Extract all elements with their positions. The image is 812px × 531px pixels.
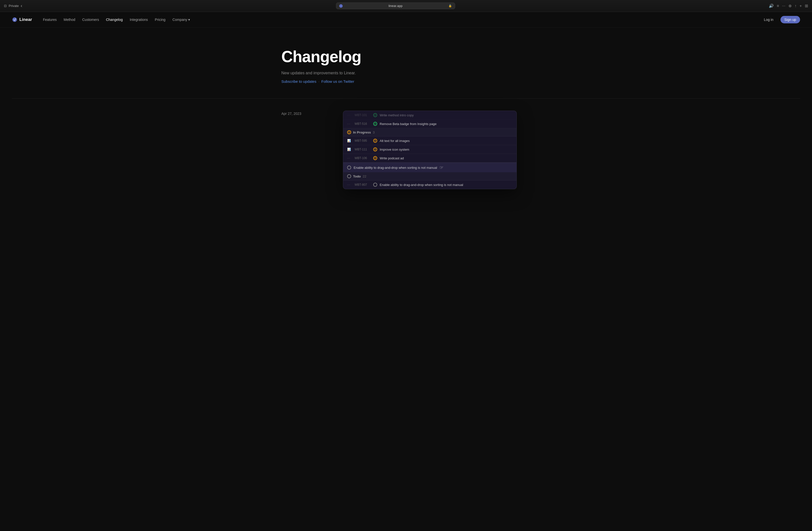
in-progress-section-header: In Progress 3: [343, 128, 517, 137]
reader-icon[interactable]: ≡: [777, 4, 779, 8]
status-in-progress-icon: [373, 148, 377, 151]
nav-changelog[interactable]: Changelog: [103, 16, 126, 23]
issue-row[interactable]: ··· WBT-516 Remove Beta badge from Insig…: [343, 120, 517, 128]
issue-row[interactable]: ··· WBT-807 Enable ability to drag-and-d…: [343, 181, 517, 189]
dots-icon: ···: [347, 122, 352, 126]
nav-logo[interactable]: Linear: [12, 17, 32, 23]
issue-row[interactable]: 📊 WBT-111 Improve icon system: [343, 145, 517, 154]
issue-id: WBT-516: [354, 122, 371, 126]
dots-icon: ···: [347, 113, 352, 117]
nav-company[interactable]: Company ▾: [169, 16, 193, 23]
status-in-progress-icon: [373, 156, 377, 160]
subscribe-link[interactable]: Subscribe to updates: [281, 79, 316, 84]
share-icon[interactable]: ↑: [795, 4, 797, 8]
entry-content: ··· WBT-101 Write method intro copy ··· …: [343, 111, 531, 189]
url-text: linear.app: [345, 4, 447, 8]
issue-id: WBT-595: [354, 139, 371, 142]
tab-label: Private: [9, 4, 19, 8]
nav-integrations[interactable]: Integrations: [127, 16, 151, 23]
issue-title: Alt text for all images: [380, 139, 512, 143]
nav-pricing[interactable]: Pricing: [152, 16, 169, 23]
page-title: Changelog: [281, 47, 531, 66]
login-button[interactable]: Log in: [760, 16, 777, 23]
dots-icon: ···: [347, 183, 352, 186]
link-separator: ·: [318, 79, 319, 84]
nav-links: Features Method Customers Changelog Inte…: [40, 16, 760, 23]
issue-id: WBT-101: [354, 113, 371, 117]
tabs-icon[interactable]: ⊞: [805, 3, 808, 8]
entry-date: Apr 27, 2023: [281, 111, 331, 189]
hero-links: Subscribe to updates · Follow us on Twit…: [281, 79, 531, 84]
issue-row[interactable]: 📊 WBT-595 Alt text for all images: [343, 137, 517, 145]
sidebar-toggle-icon[interactable]: ⊡: [4, 4, 7, 8]
nav-company-label: Company: [172, 18, 187, 22]
section-label: In Progress: [353, 130, 371, 134]
hero-section: Changelog New updates and improvements t…: [270, 28, 542, 98]
nav-method[interactable]: Method: [61, 16, 78, 23]
tooltip-text: Enable ability to drag-and-drop when sor…: [353, 166, 437, 169]
linear-logo-icon: [12, 17, 17, 23]
status-todo-icon: [347, 174, 351, 178]
issue-id: WBT-106: [354, 156, 371, 160]
issue-id: WBT-807: [354, 183, 371, 186]
nav-actions: Log in Sign up: [760, 16, 800, 23]
changelog-section: Apr 27, 2023 ··· WBT-101 Write method in…: [270, 99, 542, 201]
lock-icon: 🔒: [448, 4, 452, 8]
nav-features[interactable]: Features: [40, 16, 60, 23]
issue-card: ··· WBT-101 Write method intro copy ··· …: [343, 111, 517, 189]
twitter-link[interactable]: Follow us on Twitter: [321, 79, 354, 84]
issue-title: Improve icon system: [380, 148, 512, 151]
section-count: 3: [373, 130, 375, 134]
bookmark-icon[interactable]: ⊕: [788, 3, 792, 8]
top-navigation: Linear Features Method Customers Changel…: [0, 12, 812, 28]
tooltip-row: Enable ability to drag-and-drop when sor…: [343, 163, 517, 172]
issue-row[interactable]: ··· WBT-106 Write podcast ad: [343, 154, 517, 163]
issue-row[interactable]: ··· WBT-101 Write method intro copy: [343, 111, 517, 120]
browser-controls: 🔊 ≡ ··· ⊕ ↑ + ⊞: [769, 3, 808, 8]
issue-title: Remove Beta badge from Insights page: [380, 122, 512, 126]
bar-chart-icon: 📊: [347, 139, 352, 142]
browser-back-button[interactable]: ‹: [20, 3, 22, 9]
page-wrapper: Linear Features Method Customers Changel…: [0, 12, 812, 531]
chevron-down-icon: ▾: [188, 18, 190, 22]
browser-tab-info: ⊡ Private ‹: [4, 3, 22, 9]
sound-icon[interactable]: 🔊: [769, 3, 774, 8]
section-count: 22: [363, 174, 366, 178]
status-todo-icon: [373, 183, 377, 187]
signup-button[interactable]: Sign up: [781, 16, 800, 23]
cursor-icon: ☞: [439, 165, 444, 170]
status-todo-icon: [347, 166, 351, 169]
more-icon[interactable]: ···: [782, 4, 785, 8]
issue-id: WBT-111: [354, 148, 371, 151]
nav-logo-text: Linear: [19, 17, 32, 22]
status-in-progress-icon: [373, 139, 377, 143]
issue-title: Write method intro copy: [380, 113, 512, 117]
issue-title: Enable ability to drag-and-drop when sor…: [380, 183, 512, 187]
hero-subtitle: New updates and improvements to Linear.: [281, 71, 531, 75]
favicon: [339, 4, 343, 8]
status-done-icon: [373, 122, 377, 126]
browser-chrome: ⊡ Private ‹ linear.app 🔒 🔊 ≡ ··· ⊕ ↑ + ⊞: [0, 0, 812, 12]
changelog-entry: Apr 27, 2023 ··· WBT-101 Write method in…: [281, 111, 531, 189]
todo-section-header: Todo 22: [343, 172, 517, 181]
status-in-progress-icon: [347, 130, 351, 134]
section-label: Todo: [353, 174, 361, 178]
issue-title: Write podcast ad: [380, 156, 512, 160]
bar-chart-icon: 📊: [347, 148, 352, 151]
status-done-icon: [373, 113, 377, 117]
nav-customers[interactable]: Customers: [79, 16, 102, 23]
dots-icon: ···: [347, 156, 352, 160]
add-tab-icon[interactable]: +: [800, 4, 802, 8]
url-bar[interactable]: linear.app 🔒: [336, 2, 455, 9]
